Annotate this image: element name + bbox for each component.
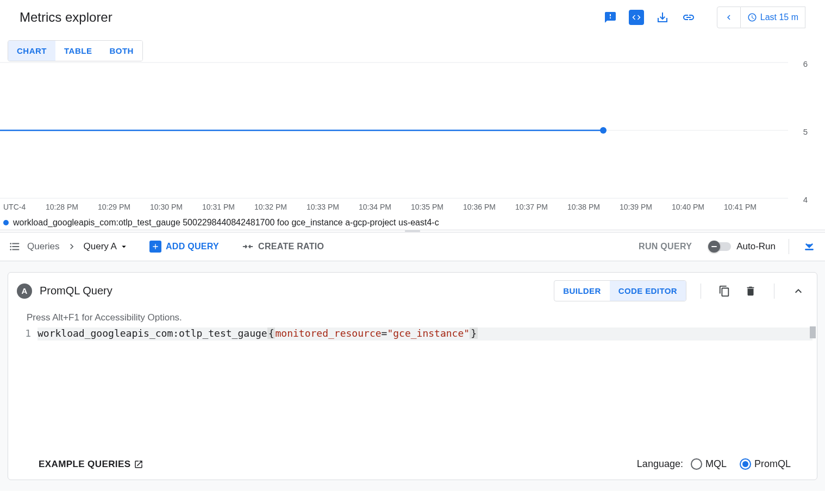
dropdown-icon [119,242,129,251]
code-op: = [382,327,388,339]
queries-label: Queries [27,241,60,252]
example-queries-button[interactable]: EXAMPLE QUERIES [39,459,143,470]
query-selector[interactable]: Query A [84,241,129,252]
download-icon[interactable] [652,7,673,28]
editor-mode-switch: BUILDER CODE EDITOR [554,280,686,301]
x-tick: 10:33 PM [307,203,359,211]
queries-list-icon[interactable] [9,241,21,253]
query-card: A PromQL Query BUILDER CODE EDITOR Press… [8,272,817,480]
time-prev-button[interactable] [717,7,741,28]
header: Metrics explorer Last 15 m [0,0,825,35]
chart-area: 6 5 4 UTC-4 10:28 PM 10:29 PM 10:30 PM 1… [0,61,825,230]
x-tick: 10:39 PM [620,203,672,211]
y-tick: 5 [803,127,808,136]
accessibility-hint: Press Alt+F1 for Accessibility Options. [8,309,817,325]
radio-mql-label[interactable]: MQL [705,458,727,470]
brace-close: } [470,327,478,339]
chevron-right-icon [66,241,77,252]
x-tick: 10:35 PM [411,203,463,211]
tab-chart[interactable]: CHART [8,41,55,61]
auto-run-toggle-group: Auto-Run [709,241,776,252]
query-selector-label: Query A [84,241,117,252]
x-tick: 10:34 PM [359,203,411,211]
code-metric: workload_googleapis_com:otlp_test_gauge [38,327,267,339]
copy-button[interactable] [715,282,734,300]
collapse-card-button[interactable] [789,281,808,301]
add-query-button[interactable]: ADD QUERY [149,241,219,253]
svg-point-4 [600,127,607,134]
card-title: PromQL Query [40,285,546,297]
x-tick: 10:30 PM [150,203,202,211]
query-toolbar: Queries Query A ADD QUERY CREATE RATIO R… [0,232,825,261]
plus-icon [149,241,161,253]
y-tick: 6 [803,59,808,68]
x-tick: 10:31 PM [202,203,254,211]
external-link-icon [134,459,143,469]
legend-dot-icon [3,220,9,225]
link-icon[interactable] [678,7,699,28]
code-editor-mode-button[interactable]: CODE EDITOR [610,281,686,301]
language-label: Language: [637,458,683,470]
scrollbar-thumb[interactable] [810,326,816,338]
tab-both[interactable]: BOTH [101,41,142,61]
divider [789,239,789,254]
time-range-button[interactable]: Last 15 m [741,7,805,28]
language-radio-group: MQL PromQL [691,458,801,470]
chart-legend[interactable]: workload_googleapis_com:otlp_test_gauge … [3,218,439,228]
view-tabs: CHART TABLE BOTH [8,40,143,61]
page-title: Metrics explorer [20,10,112,25]
brace-open: { [267,327,276,339]
radio-promql[interactable] [740,458,751,470]
header-actions: Last 15 m [599,7,805,28]
builder-mode-button[interactable]: BUILDER [554,281,609,301]
auto-run-label: Auto-Run [736,241,776,252]
code-icon[interactable] [626,7,647,28]
divider [774,284,774,299]
code-value: "gce_instance" [387,327,470,339]
run-query-button[interactable]: RUN QUERY [639,242,692,251]
x-axis: UTC-4 10:28 PM 10:29 PM 10:30 PM 10:31 P… [0,203,825,211]
line-number: 1 [21,327,38,339]
query-body: A PromQL Query BUILDER CODE EDITOR Press… [0,261,825,491]
x-tick: 10:36 PM [463,203,515,211]
card-header: A PromQL Query BUILDER CODE EDITOR [8,273,817,309]
time-range-label: Last 15 m [760,12,798,22]
x-tick: 10:32 PM [254,203,307,211]
clock-icon [747,12,757,22]
x-tick: 10:29 PM [98,203,150,211]
card-footer: EXAMPLE QUERIES Language: MQL PromQL [8,450,817,480]
legend-text: workload_googleapis_com:otlp_test_gauge … [13,218,439,228]
code-editor[interactable]: 1 workload_googleapis_com:otlp_test_gaug… [8,325,817,341]
x-tick: 10:41 PM [724,203,776,211]
x-tick: 10:38 PM [567,203,620,211]
delete-button[interactable] [741,282,760,300]
tab-table[interactable]: TABLE [55,41,101,61]
auto-run-toggle[interactable] [709,242,731,251]
create-ratio-label: CREATE RATIO [258,242,324,251]
radio-promql-label[interactable]: PromQL [754,458,791,470]
code-attr: monitored_resource [275,327,381,339]
x-tick: 10:37 PM [515,203,567,211]
x-tz: UTC-4 [3,203,46,211]
example-queries-label: EXAMPLE QUERIES [39,459,130,470]
collapse-all-button[interactable] [802,240,816,254]
x-tick: 10:40 PM [672,203,724,211]
chart-svg [0,41,825,220]
radio-mql[interactable] [691,458,702,470]
x-tick: 10:28 PM [46,203,98,211]
code-line[interactable]: workload_googleapis_com:otlp_test_gauge{… [38,327,817,339]
divider [701,284,701,299]
feedback-icon[interactable] [599,7,621,28]
add-query-label: ADD QUERY [166,242,219,251]
editor-empty-area[interactable] [8,341,817,450]
create-ratio-button[interactable]: CREATE RATIO [242,241,324,253]
ratio-icon [242,241,254,253]
query-badge: A [17,284,32,299]
